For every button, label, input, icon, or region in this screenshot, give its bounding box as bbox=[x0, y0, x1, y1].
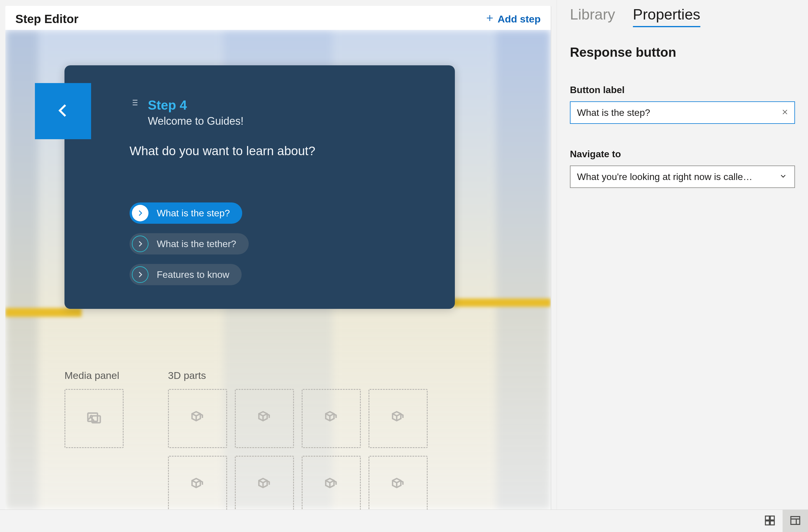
grid-view-icon bbox=[764, 515, 776, 528]
part-slot[interactable] bbox=[168, 456, 227, 510]
response-list: What is the step? What is the tether? bbox=[130, 203, 434, 285]
editor-title: Step Editor bbox=[15, 13, 78, 26]
navigate-field-label: Navigate to bbox=[570, 149, 795, 159]
parts-panel-label: 3D parts bbox=[168, 370, 428, 381]
chevron-down-icon bbox=[779, 172, 789, 182]
cube-icon bbox=[189, 476, 206, 494]
part-slot[interactable] bbox=[368, 389, 428, 448]
part-slot[interactable] bbox=[302, 456, 361, 510]
properties-heading: Response button bbox=[570, 45, 795, 60]
step-subtitle: Welcome to Guides! bbox=[148, 115, 243, 127]
part-slot[interactable] bbox=[235, 456, 294, 510]
cube-icon bbox=[390, 410, 406, 428]
response-label: What is the step? bbox=[157, 208, 230, 219]
media-panel-label: Media panel bbox=[65, 370, 124, 381]
button-label-field-label: Button label bbox=[570, 84, 795, 95]
part-slot[interactable] bbox=[302, 389, 361, 448]
arrow-right-icon bbox=[132, 205, 148, 221]
properties-panel: Library Properties Response button Butto… bbox=[557, 0, 808, 510]
media-slot[interactable] bbox=[65, 389, 124, 448]
editor-header: Step Editor Add step bbox=[5, 6, 551, 30]
svg-rect-7 bbox=[791, 516, 800, 524]
cube-icon bbox=[323, 476, 339, 494]
navigate-select[interactable]: What you're looking at right now is call… bbox=[570, 166, 795, 188]
step-card: Step 4 Welcome to Guides! What do you wa… bbox=[65, 65, 455, 309]
add-step-label: Add step bbox=[498, 13, 540, 25]
plus-icon bbox=[485, 13, 494, 25]
statusbar bbox=[0, 510, 808, 532]
image-icon bbox=[86, 410, 102, 428]
arrow-right-icon bbox=[132, 235, 148, 252]
list-icon[interactable] bbox=[130, 98, 139, 109]
svg-rect-3 bbox=[766, 516, 769, 520]
step-prompt: What do you want to learn about? bbox=[130, 144, 434, 158]
response-label: What is the tether? bbox=[157, 239, 236, 249]
svg-rect-6 bbox=[770, 521, 774, 525]
detail-view-button[interactable] bbox=[783, 510, 808, 532]
grid-view-button[interactable] bbox=[757, 510, 783, 532]
tab-library[interactable]: Library bbox=[570, 6, 615, 26]
step-number: Step 4 bbox=[148, 98, 243, 113]
back-button[interactable] bbox=[35, 83, 91, 139]
preview-surface: Step 4 Welcome to Guides! What do you wa… bbox=[5, 30, 551, 510]
arrow-right-icon bbox=[132, 266, 148, 283]
step-editor-card: Step Editor Add step bbox=[5, 6, 551, 510]
response-button-0[interactable]: What is the step? bbox=[130, 203, 242, 224]
sidebar-tabs: Library Properties bbox=[570, 6, 795, 27]
arrow-left-icon bbox=[54, 101, 72, 121]
svg-rect-5 bbox=[766, 521, 769, 525]
add-step-button[interactable]: Add step bbox=[485, 13, 540, 25]
response-button-1[interactable]: What is the tether? bbox=[130, 233, 249, 254]
navigate-select-value: What you're looking at right now is call… bbox=[577, 171, 752, 182]
cube-icon bbox=[189, 410, 206, 428]
cube-icon bbox=[256, 410, 273, 428]
response-label: Features to know bbox=[157, 269, 229, 280]
media-panel: Media panel bbox=[65, 370, 124, 510]
cube-icon bbox=[323, 410, 339, 428]
close-icon bbox=[782, 109, 789, 117]
part-slot[interactable] bbox=[235, 389, 294, 448]
part-slot[interactable] bbox=[368, 456, 428, 510]
response-button-2[interactable]: Features to know bbox=[130, 264, 242, 285]
svg-rect-4 bbox=[770, 516, 774, 520]
parts-panel: 3D parts bbox=[168, 370, 428, 510]
button-label-input[interactable] bbox=[570, 101, 795, 124]
cube-icon bbox=[256, 476, 273, 494]
part-slot[interactable] bbox=[168, 389, 227, 448]
cube-icon bbox=[390, 476, 406, 494]
clear-input-button[interactable] bbox=[779, 107, 791, 118]
tab-properties[interactable]: Properties bbox=[633, 6, 700, 27]
detail-view-icon bbox=[789, 515, 801, 528]
